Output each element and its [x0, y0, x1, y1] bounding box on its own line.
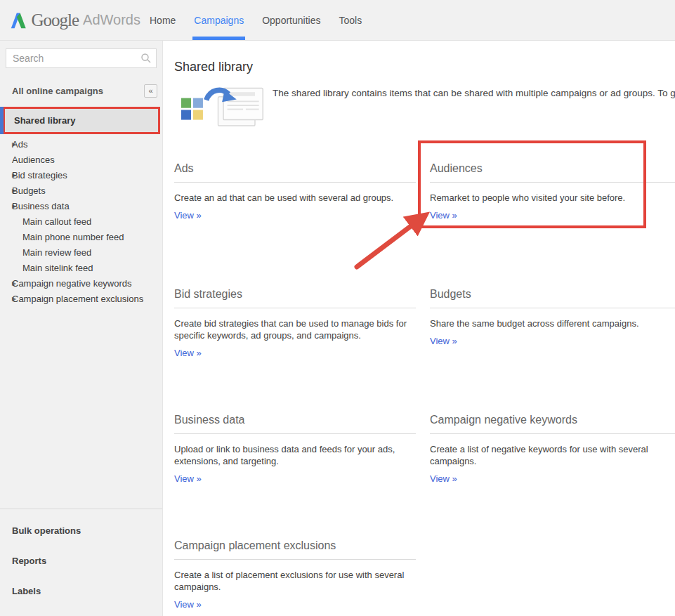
sidebar-item-ads[interactable]: ▶ Ads: [0, 136, 162, 152]
main-content: Shared library The shared library contai…: [163, 41, 675, 616]
sidebar-item-label: Main callout feed: [22, 216, 91, 227]
sidebar-item-label: Bid strategies: [12, 170, 67, 181]
view-link[interactable]: View »: [430, 210, 457, 221]
sidebar-bottom-links: Bulk operations Reports Labels: [0, 509, 162, 616]
card-ads: Ads Create an ad that can be used with s…: [174, 155, 430, 281]
divider: [174, 182, 416, 183]
card-title: Campaign placement exclusions: [174, 539, 430, 552]
selection-indicator: [0, 107, 4, 134]
sidebar-item-bulk-operations[interactable]: Bulk operations: [12, 525, 162, 536]
sidebar-item-audiences[interactable]: ▶ Audiences: [0, 152, 162, 167]
card-title: Business data: [174, 414, 430, 426]
main-nav: Home Campaigns Opportunities Tools: [140, 0, 371, 40]
card-description: Upload or link to business data and feed…: [174, 443, 416, 467]
card-title: Campaign negative keywords: [430, 414, 675, 426]
divider: [430, 433, 675, 434]
sidebar-item-budgets[interactable]: ▶ Budgets: [0, 183, 162, 198]
card-description: Create an ad that can be used with sever…: [174, 192, 416, 204]
sidebar-item-campaign-placement-exclusions[interactable]: ▶ Campaign placement exclusions: [0, 291, 162, 306]
top-header: Google AdWords Home Campaigns Opportunit…: [0, 0, 675, 41]
all-campaigns-label[interactable]: All online campaigns: [12, 86, 103, 96]
card-description: Create bid strategies that can be used t…: [174, 317, 416, 341]
card-title: Ads: [174, 162, 430, 175]
view-link[interactable]: View »: [174, 210, 202, 221]
view-link[interactable]: View »: [174, 473, 202, 484]
sidebar-item-bid-strategies[interactable]: ▶ Bid strategies: [0, 167, 162, 183]
view-link[interactable]: View »: [430, 473, 457, 484]
expand-arrow-icon[interactable]: ▶: [0, 203, 12, 209]
search-input[interactable]: [6, 48, 157, 68]
logo-adwords-text: AdWords: [83, 12, 140, 28]
sidebar-item-label: Ads: [12, 139, 27, 150]
expand-arrow-icon[interactable]: ▶: [0, 296, 12, 302]
sidebar-item-main-sitelink-feed[interactable]: ▶ Main sitelink feed: [0, 260, 162, 275]
view-link[interactable]: View »: [174, 599, 202, 610]
sidebar-item-labels[interactable]: Labels: [12, 586, 162, 596]
view-link[interactable]: View »: [430, 336, 457, 346]
sidebar-item-label: Main review feed: [22, 247, 91, 258]
adwords-logo: Google AdWords: [0, 10, 140, 31]
shared-library-illustration: [174, 84, 273, 136]
card-description: Create a list of negative keywords for u…: [430, 443, 661, 467]
sidebar-item-label: Campaign placement exclusions: [12, 294, 143, 304]
sidebar-item-campaign-negative-keywords[interactable]: ▶ Campaign negative keywords: [0, 275, 162, 291]
card-description: Share the same budget across different c…: [430, 317, 661, 329]
sidebar-item-label: Budgets: [12, 185, 46, 196]
nav-home[interactable]: Home: [140, 0, 185, 40]
sidebar-tree: ▶ Ads ▶ Audiences ▶ Bid strategies ▶ Bud…: [0, 136, 162, 306]
cards-grid: Ads Create an ad that can be used with s…: [174, 155, 675, 616]
divider: [174, 433, 416, 434]
sidebar-item-label: Main sitelink feed: [22, 263, 93, 273]
search-icon: [141, 53, 151, 63]
nav-opportunities[interactable]: Opportunities: [253, 0, 329, 40]
expand-arrow-icon[interactable]: ▶: [0, 141, 12, 148]
card-campaign-placement-exclusions: Campaign placement exclusions Create a l…: [174, 532, 430, 616]
divider: [430, 308, 675, 308]
intro-text: The shared library contains items that c…: [273, 84, 675, 136]
sidebar-item-label: Audiences: [12, 155, 55, 165]
sidebar-item-main-phone-number-feed[interactable]: ▶ Main phone number feed: [0, 229, 162, 244]
expand-arrow-icon[interactable]: ▶: [0, 172, 12, 178]
card-campaign-negative-keywords: Campaign negative keywords Create a list…: [430, 407, 675, 532]
sidebar-item-label: Campaign negative keywords: [12, 278, 132, 289]
adwords-logo-icon: [11, 10, 27, 31]
sidebar-item-shared-library[interactable]: Shared library: [3, 107, 160, 134]
card-title: Bid strategies: [174, 288, 430, 301]
sidebar-item-main-callout-feed[interactable]: ▶ Main callout feed: [0, 214, 162, 229]
card-title: Audiences: [430, 162, 675, 175]
sidebar-item-business-data[interactable]: ▶ Business data: [0, 198, 162, 214]
sidebar-item-reports[interactable]: Reports: [12, 556, 162, 566]
collapse-sidebar-icon[interactable]: «: [144, 84, 157, 98]
nav-campaigns[interactable]: Campaigns: [185, 0, 253, 40]
divider: [174, 308, 416, 308]
logo-google-text: Google: [32, 11, 79, 30]
divider: [174, 559, 416, 560]
sidebar-item-main-review-feed[interactable]: ▶ Main review feed: [0, 244, 162, 260]
card-budgets: Budgets Share the same budget across dif…: [430, 281, 675, 407]
card-description: Create a list of placement exclusions fo…: [174, 569, 416, 593]
expand-arrow-icon[interactable]: ▶: [0, 188, 12, 194]
card-audiences: Audiences Remarket to people who visited…: [430, 155, 675, 281]
card-business-data: Business data Upload or link to business…: [174, 407, 430, 532]
sidebar-item-label: Business data: [12, 201, 70, 211]
card-bid-strategies: Bid strategies Create bid strategies tha…: [174, 281, 430, 407]
card-description: Remarket to people who visited your site…: [430, 192, 661, 204]
sidebar-item-label: Main phone number feed: [22, 232, 124, 242]
expand-arrow-icon[interactable]: ▶: [0, 280, 12, 287]
divider: [430, 182, 675, 183]
card-title: Budgets: [430, 288, 675, 301]
view-link[interactable]: View »: [174, 348, 202, 358]
nav-tools[interactable]: Tools: [329, 0, 371, 40]
page-title: Shared library: [174, 60, 675, 74]
sidebar: All online campaigns « Shared library ▶ …: [0, 41, 163, 616]
